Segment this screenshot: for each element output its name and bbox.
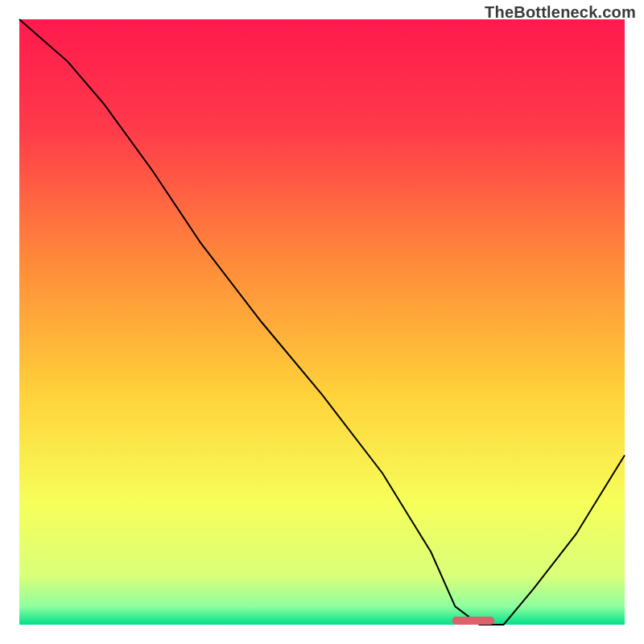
watermark-text: TheBottleneck.com bbox=[485, 3, 636, 22]
chart-svg bbox=[0, 0, 644, 644]
chart-container: TheBottleneck.com bbox=[0, 0, 644, 644]
optimal-marker bbox=[452, 617, 495, 625]
plot-background bbox=[19, 19, 625, 625]
